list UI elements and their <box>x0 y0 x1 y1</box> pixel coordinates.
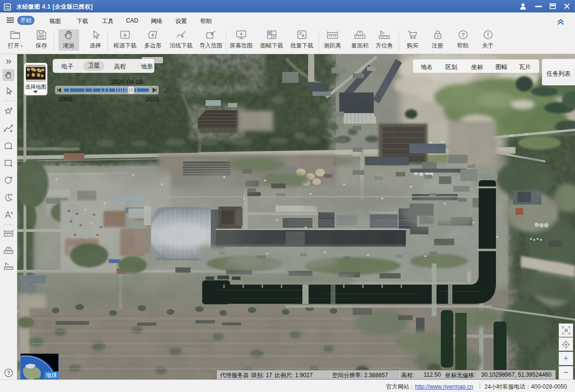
svg-text:?: ? <box>7 370 10 376</box>
svg-text:?: ? <box>461 32 465 38</box>
